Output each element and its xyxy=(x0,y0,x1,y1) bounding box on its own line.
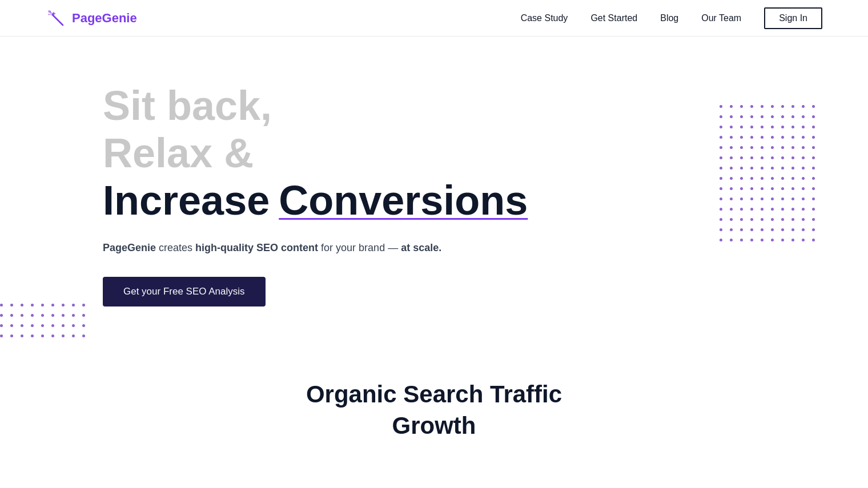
decorative-dot xyxy=(750,228,753,231)
decorative-dot xyxy=(41,304,44,306)
decorative-dot xyxy=(51,314,54,317)
hero-line-2: Relax & xyxy=(103,130,822,177)
decorative-dot xyxy=(761,146,763,149)
decorative-dot xyxy=(41,314,44,317)
decorative-dot xyxy=(740,218,743,221)
decorative-dot xyxy=(72,314,75,317)
nav-blog[interactable]: Blog xyxy=(660,13,678,23)
decorative-dot xyxy=(791,126,794,128)
decorative-dot xyxy=(761,239,763,241)
decorative-dot xyxy=(750,197,753,200)
decorative-dot xyxy=(802,187,805,190)
hero-line-3: Increase Conversions xyxy=(103,177,822,224)
decorative-dot xyxy=(730,177,733,180)
decorative-dot xyxy=(0,304,3,306)
decorative-dot xyxy=(720,146,722,149)
decorative-dot xyxy=(740,228,743,231)
decorative-dot xyxy=(740,177,743,180)
pagegenie-logo-icon xyxy=(46,8,66,29)
hero-headline: Sit back, Relax & Increase Conversions xyxy=(103,82,822,224)
decorative-dot xyxy=(750,126,753,128)
decorative-dot xyxy=(791,136,794,139)
nav-our-team[interactable]: Our Team xyxy=(701,13,741,23)
decorative-dot xyxy=(791,146,794,149)
decorative-dot xyxy=(730,126,733,128)
decorative-dot xyxy=(750,167,753,170)
decorative-dot xyxy=(82,334,85,337)
decorative-dot xyxy=(720,167,722,170)
decorative-dot xyxy=(802,177,805,180)
decorative-dot xyxy=(41,334,44,337)
decorative-dot xyxy=(750,177,753,180)
decorative-dot xyxy=(740,167,743,170)
decorative-dot xyxy=(740,115,743,118)
decorative-dot xyxy=(51,324,54,327)
decorative-dot xyxy=(730,197,733,200)
decorative-dot xyxy=(51,304,54,306)
decorative-dot xyxy=(740,197,743,200)
bottom-title-line2: Growth xyxy=(392,412,476,439)
decorative-dot xyxy=(761,218,763,221)
cta-button[interactable]: Get your Free SEO Analysis xyxy=(103,277,266,306)
decorative-dot xyxy=(750,115,753,118)
hero-desc-bold2: at scale. xyxy=(401,242,441,253)
decorative-dot xyxy=(62,334,65,337)
decorative-dot xyxy=(0,324,3,327)
nav-case-study[interactable]: Case Study xyxy=(521,13,568,23)
decorative-dot xyxy=(771,167,774,170)
decorative-dot xyxy=(771,208,774,211)
decorative-dot xyxy=(761,105,763,108)
decorative-dot xyxy=(740,105,743,108)
sign-in-button[interactable]: Sign In xyxy=(764,7,822,29)
decorative-dot xyxy=(31,324,34,327)
decorative-dot xyxy=(781,126,784,128)
decorative-dot xyxy=(720,177,722,180)
decorative-dot xyxy=(791,156,794,159)
decorative-dot xyxy=(730,146,733,149)
decorative-dot xyxy=(771,197,774,200)
decorative-dot xyxy=(720,218,722,221)
decorative-dot xyxy=(781,146,784,149)
decorative-dot xyxy=(750,239,753,241)
decorative-dot xyxy=(791,167,794,170)
decorative-dot xyxy=(781,177,784,180)
hero-section: (function() { const container = document… xyxy=(0,37,868,368)
decorative-dot xyxy=(781,167,784,170)
decorative-dot xyxy=(750,218,753,221)
decorative-dot xyxy=(761,187,763,190)
nav-get-started[interactable]: Get Started xyxy=(590,13,637,23)
decorative-dot xyxy=(62,304,65,306)
decorative-dot xyxy=(740,187,743,190)
decorative-dot xyxy=(761,208,763,211)
decorative-dot xyxy=(812,228,815,231)
decorative-dot xyxy=(802,126,805,128)
decorative-dot xyxy=(720,228,722,231)
decorative-dot xyxy=(802,156,805,159)
decorative-dot xyxy=(730,228,733,231)
decorative-dot xyxy=(740,239,743,241)
decorative-dot xyxy=(62,324,65,327)
decorative-dot xyxy=(21,324,23,327)
hero-desc-text2: for your brand — xyxy=(318,242,401,253)
decorative-dot xyxy=(781,156,784,159)
decorative-dot xyxy=(720,126,722,128)
decorative-dot xyxy=(750,105,753,108)
decorative-dot xyxy=(781,239,784,241)
decorative-dot xyxy=(740,136,743,139)
decorative-dot xyxy=(771,126,774,128)
decorative-dot xyxy=(771,228,774,231)
decorative-dot xyxy=(812,197,815,200)
decorative-dot xyxy=(72,334,75,337)
logo[interactable]: PageGenie xyxy=(46,8,137,29)
decorative-dot xyxy=(740,146,743,149)
decorative-dot xyxy=(791,197,794,200)
decorative-dot xyxy=(761,136,763,139)
decorative-dot xyxy=(812,239,815,241)
decorative-dot xyxy=(781,218,784,221)
decorative-dot xyxy=(791,239,794,241)
decorative-dot xyxy=(21,304,23,306)
svg-line-2 xyxy=(53,15,63,25)
decorative-dot xyxy=(812,105,815,108)
decorative-dot xyxy=(802,208,805,211)
hero-description: PageGenie creates high-quality SEO conte… xyxy=(103,240,822,256)
